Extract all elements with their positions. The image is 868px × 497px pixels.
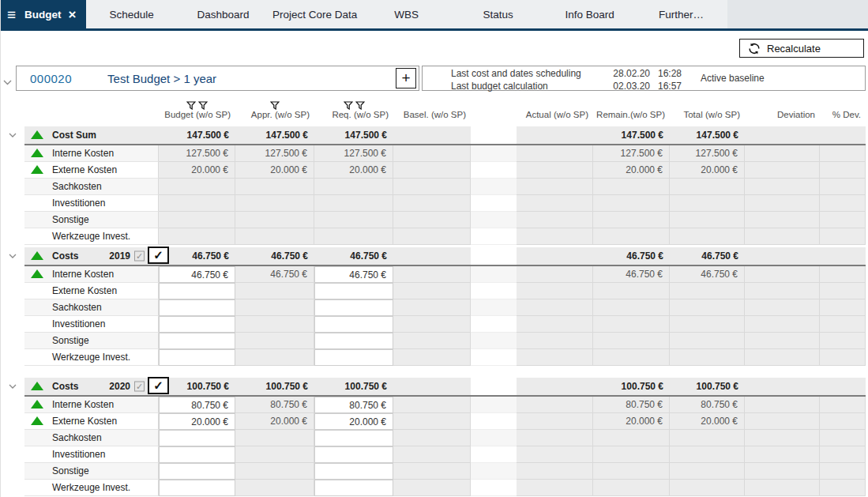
cell-basel	[393, 283, 471, 299]
menu-icon[interactable]: ≡	[7, 7, 16, 22]
group-value-budget: 147.500 €	[159, 126, 235, 144]
cell-remain	[593, 283, 670, 299]
column-header-req[interactable]: Req. (w/o SP)	[314, 110, 393, 126]
cell-budget[interactable]	[159, 480, 235, 496]
cell-budget[interactable]	[159, 283, 235, 299]
tab-further[interactable]: Further…	[636, 0, 727, 28]
cell-pdev	[820, 413, 866, 430]
cell-deviation	[745, 283, 820, 299]
row-label: Externe Kosten	[24, 162, 159, 179]
row-spacer	[471, 480, 517, 496]
cell-req	[314, 179, 393, 195]
cell-deviation	[745, 212, 820, 228]
tab-wbs[interactable]: WBS	[361, 0, 453, 28]
cell-deviation	[745, 179, 820, 195]
cell-total	[670, 480, 745, 496]
cell-req[interactable]: 46.750 €	[314, 266, 393, 283]
cell-remain	[593, 179, 670, 195]
close-icon[interactable]: ×	[69, 8, 77, 21]
filter-icon[interactable]	[198, 101, 208, 110]
cell-req[interactable]: 80.750 €	[314, 397, 393, 413]
tab-dashboard[interactable]: Dashboard	[178, 0, 269, 28]
cell-appr: 20.000 €	[235, 162, 314, 179]
cell-req[interactable]	[314, 316, 393, 333]
cell-budget[interactable]	[159, 430, 235, 446]
cell-budget[interactable]	[159, 316, 235, 333]
cell-budget[interactable]: 80.750 €	[159, 397, 235, 413]
filter-icon[interactable]	[270, 101, 280, 110]
tab-info-board[interactable]: Info Board	[544, 0, 636, 28]
group-header-2020: Costs2020✓✓100.750 €100.750 €100.750 €	[24, 378, 471, 395]
group-value-appr: 147.500 €	[235, 126, 314, 144]
add-button[interactable]: +	[396, 68, 416, 88]
cell-deviation	[745, 228, 820, 245]
cell-actual	[517, 179, 593, 195]
cell-total	[670, 283, 745, 299]
group-value-total: 147.500 €	[670, 126, 745, 144]
cell-budget[interactable]: 20.000 €	[159, 413, 235, 430]
cell-total	[670, 349, 745, 366]
cell-basel	[393, 145, 471, 162]
column-header-actual[interactable]: Actual (w/o SP)	[517, 110, 593, 126]
group-expander-2019[interactable]	[1, 247, 24, 265]
cell-req[interactable]	[314, 349, 393, 366]
group-value-total: 100.750 €	[670, 378, 745, 395]
cell-budget[interactable]	[159, 349, 235, 366]
cell-pdev	[820, 397, 866, 413]
column-header-deviation[interactable]: Deviation	[745, 110, 820, 126]
row-spacer	[471, 283, 517, 299]
cell-pdev	[820, 446, 866, 463]
tab-schedule[interactable]: Schedule	[86, 0, 178, 28]
row-spacer	[471, 228, 517, 245]
filter-icon[interactable]	[355, 101, 365, 110]
cell-total	[670, 446, 745, 463]
cell-budget[interactable]	[159, 333, 235, 349]
tab-project-core-data[interactable]: Project Core Data	[269, 0, 361, 28]
cell-req[interactable]	[314, 299, 393, 316]
cell-req: 127.500 €	[314, 145, 393, 162]
cell-req[interactable]: 20.000 €	[314, 413, 393, 430]
group-expander-cost-sum[interactable]	[1, 126, 24, 144]
column-header-appr[interactable]: Appr. (w/o SP)	[235, 110, 314, 126]
last-scheduling-date: 28.02.20	[612, 68, 650, 79]
collapse-chevron-icon	[9, 384, 17, 389]
filter-icons-budget	[159, 96, 235, 110]
cell-remain: 46.750 €	[593, 266, 670, 283]
green-up-triangle-icon	[31, 416, 43, 425]
cell-req	[314, 228, 393, 245]
cell-budget[interactable]: 46.750 €	[159, 266, 235, 283]
group-value-budget: 100.750 €	[159, 378, 235, 395]
cell-basel	[393, 316, 471, 333]
green-up-triangle-icon	[31, 400, 43, 409]
recalculate-button[interactable]: Recalculate	[739, 39, 864, 58]
column-header-budget[interactable]: Budget (w/o SP)	[159, 110, 235, 126]
cell-req[interactable]	[314, 430, 393, 446]
cell-req[interactable]	[314, 446, 393, 463]
row-spacer	[471, 430, 517, 446]
project-expander-chevron-icon[interactable]	[3, 74, 12, 88]
cell-req[interactable]	[314, 463, 393, 480]
cell-budget: 20.000 €	[159, 162, 235, 179]
column-header-pdev[interactable]: % Dev.	[820, 110, 866, 126]
cell-req[interactable]	[314, 283, 393, 299]
cell-actual	[517, 316, 593, 333]
cell-budget[interactable]	[159, 299, 235, 316]
row-label-text: Externe Kosten	[52, 285, 117, 296]
row-label: Sonstige	[24, 333, 159, 349]
cell-budget[interactable]	[159, 463, 235, 480]
cell-req[interactable]	[314, 333, 393, 349]
row-spacer	[471, 195, 517, 212]
filter-icon[interactable]	[186, 101, 196, 110]
filter-icon[interactable]	[344, 101, 353, 110]
column-header-remain[interactable]: Remain.(w/o SP)	[593, 110, 670, 126]
tab-bar-spacer	[727, 0, 868, 28]
last-scheduling-time: 16:28	[650, 68, 682, 79]
group-expander-2020[interactable]	[1, 378, 24, 395]
tab-status[interactable]: Status	[453, 0, 544, 28]
column-header-total[interactable]: Total (w/o SP)	[670, 110, 745, 126]
cell-req[interactable]	[314, 480, 393, 496]
cell-budget[interactable]	[159, 446, 235, 463]
row-label-text: Investitionen	[52, 198, 105, 209]
tab-budget[interactable]: ≡ Budget ×	[1, 0, 86, 28]
column-header-basel[interactable]: Basel. (w/o SP)	[393, 110, 471, 126]
